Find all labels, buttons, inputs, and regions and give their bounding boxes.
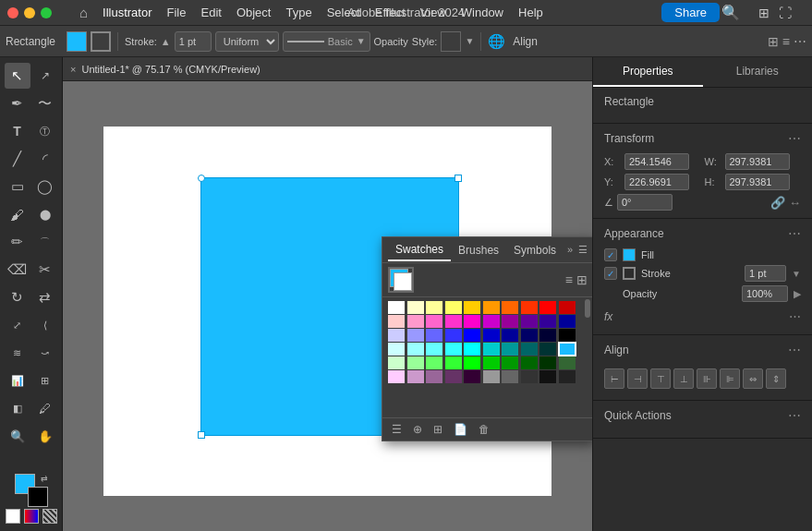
swatch-color-4[interactable] <box>464 301 480 314</box>
style-dropdown-icon[interactable]: ▼ <box>465 36 474 46</box>
swatch-color-5[interactable] <box>483 301 500 314</box>
swatch-color-44[interactable] <box>464 356 480 369</box>
align-top-icon[interactable]: ⊥ <box>673 368 694 389</box>
swatch-color-50[interactable] <box>388 370 405 383</box>
touch-type-tool[interactable]: Ⓣ <box>32 118 58 144</box>
properties-tab[interactable]: Properties <box>593 57 703 87</box>
align-more-icon[interactable]: ⋯ <box>788 343 801 357</box>
fill-checkbox[interactable]: ✓ <box>604 248 617 261</box>
paintbrush-tool[interactable]: 🖌 <box>5 201 30 227</box>
constraint-icon[interactable]: 🔗 <box>770 196 785 210</box>
scale-tool[interactable]: ⤢ <box>5 312 30 338</box>
stroke-up-icon[interactable]: ▲ <box>161 36 171 47</box>
menu-icon[interactable]: ☰ <box>578 244 588 256</box>
grid-icon[interactable]: ⊞ <box>758 6 770 20</box>
swatch-color-10[interactable] <box>388 315 405 328</box>
swatch-color-42[interactable] <box>426 356 442 369</box>
libraries-tab[interactable]: Libraries <box>703 57 813 87</box>
swatch-color-51[interactable] <box>407 370 424 383</box>
align-center-v-icon[interactable]: ⊪ <box>697 368 717 389</box>
swatch-color-17[interactable] <box>521 315 538 328</box>
swatch-color-40[interactable] <box>388 356 405 369</box>
swatch-color-43[interactable] <box>445 356 462 369</box>
canvas-content[interactable]: Swatches Brushes Symbols » ☰ ≡ ⊞ <box>63 81 592 531</box>
swatch-color-11[interactable] <box>407 315 424 328</box>
dist-h-icon[interactable]: ⇔ <box>743 368 763 389</box>
swatch-color-46[interactable] <box>502 356 518 369</box>
swatch-color-20[interactable] <box>388 329 405 342</box>
swatch-color-picker[interactable] <box>388 267 414 293</box>
grid-view-btn[interactable]: ⊞ <box>576 272 588 287</box>
graph-tool[interactable]: 📊 <box>5 368 30 393</box>
appearance-more-icon[interactable]: ⋯ <box>788 226 801 241</box>
scissors-tool[interactable]: ✂ <box>32 257 58 283</box>
menu-edit[interactable]: Edit <box>200 6 221 19</box>
stroke-icon[interactable] <box>623 267 636 280</box>
gradient-color-icon[interactable] <box>24 509 39 524</box>
fill-color-box[interactable] <box>67 31 87 52</box>
swatch-color-18[interactable] <box>539 315 556 328</box>
search-icon[interactable]: 🔍 <box>721 4 740 21</box>
direct-select-tool[interactable]: ↗ <box>32 63 58 89</box>
stroke-dropdown-icon[interactable]: ▼ <box>357 36 366 46</box>
swatch-color-22[interactable] <box>426 329 442 342</box>
opacity-expand-icon[interactable]: ▶ <box>794 288 801 300</box>
swap-colors-icon[interactable]: ⇄ <box>41 474 48 483</box>
eyedropper-tool[interactable]: 🖊 <box>32 395 58 421</box>
arc-tool[interactable]: ◜ <box>32 146 58 172</box>
swatch-color-23[interactable] <box>445 329 462 342</box>
align-left-icon[interactable]: ⊢ <box>604 368 624 389</box>
swatch-color-59[interactable] <box>559 370 576 383</box>
swatch-color-12[interactable] <box>426 315 442 328</box>
brushes-tab[interactable]: Brushes <box>451 240 506 260</box>
ellipse-tool[interactable]: ◯ <box>32 174 58 199</box>
swatch-color-36[interactable] <box>502 343 518 356</box>
y-input[interactable] <box>624 174 689 190</box>
pattern-color-icon[interactable] <box>42 509 57 524</box>
align-more-icon[interactable]: ⋯ <box>794 34 806 49</box>
reflect-tool[interactable]: ⇄ <box>32 284 58 310</box>
fill-icon[interactable] <box>623 248 636 261</box>
curvature-tool[interactable]: 〜 <box>32 91 58 116</box>
new-swatch-btn[interactable]: 📄 <box>450 421 471 438</box>
swatch-color-26[interactable] <box>502 329 518 342</box>
hand-tool[interactable]: ✋ <box>32 423 58 449</box>
swatch-color-37[interactable] <box>521 343 538 356</box>
stroke-value-input-panel[interactable] <box>745 265 786 282</box>
menu-type[interactable]: Type <box>285 6 311 19</box>
stroke-value-input[interactable] <box>175 31 212 52</box>
maximize-button[interactable] <box>41 7 52 18</box>
align-right-icon[interactable]: ⊤ <box>650 368 671 389</box>
style-swatch[interactable] <box>441 31 461 52</box>
align-bottom-icon[interactable]: ⊫ <box>720 368 740 389</box>
add-color-group-btn[interactable]: ⊕ <box>409 421 426 438</box>
delete-swatch-btn[interactable]: 🗑 <box>475 421 493 438</box>
opacity-input[interactable] <box>742 285 788 302</box>
stroke-type-select[interactable]: Uniform <box>215 31 279 52</box>
swatch-bg[interactable] <box>394 272 412 291</box>
stroke-color-box[interactable] <box>91 31 111 52</box>
swatch-kind-btn[interactable]: ☰ <box>388 421 406 438</box>
swatch-color-25[interactable] <box>483 329 500 342</box>
quick-actions-more-icon[interactable]: ⋯ <box>788 408 801 423</box>
dist-v-icon[interactable]: ⇕ <box>766 368 786 389</box>
swatch-color-53[interactable] <box>445 370 462 383</box>
menu-file[interactable]: File <box>167 6 187 19</box>
swatch-color-57[interactable] <box>521 370 538 383</box>
eraser-tool[interactable]: ⌫ <box>5 257 30 283</box>
swatch-color-41[interactable] <box>407 356 424 369</box>
swatch-color-9[interactable] <box>559 301 576 314</box>
list-view-btn[interactable]: ≡ <box>565 272 573 287</box>
swatch-color-48[interactable] <box>539 356 556 369</box>
none-color-icon[interactable] <box>6 509 20 524</box>
swatch-color-6[interactable] <box>502 301 518 314</box>
w-input[interactable] <box>725 153 790 170</box>
swatch-color-47[interactable] <box>521 356 538 369</box>
menu-window[interactable]: Window <box>461 6 503 19</box>
globe-icon[interactable]: 🌐 <box>488 33 505 50</box>
screen-icon[interactable]: ⛶ <box>779 6 792 20</box>
swatch-color-31[interactable] <box>407 343 424 356</box>
swatches-tab[interactable]: Swatches <box>388 239 451 261</box>
shear-tool[interactable]: ⟨ <box>32 312 58 338</box>
swatch-color-55[interactable] <box>483 370 500 383</box>
